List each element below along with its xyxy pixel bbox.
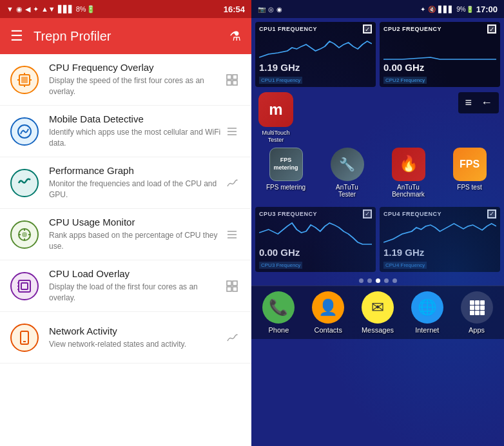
menu-item-cpu-frequency-overlay[interactable]: CPU Frequency Overlay Display the speed … — [0, 54, 251, 106]
network-activity-title: Network Activity — [49, 325, 223, 336]
multitouch-tester-label: MultiTouchTester — [262, 130, 289, 144]
mobile-data-detective-desc: Identify which apps use the most cellula… — [49, 127, 223, 149]
page-dot-4 — [384, 278, 389, 283]
cpu4-chart — [383, 220, 496, 246]
fps-metering-label: FPS metering — [266, 184, 305, 191]
dock-phone-icon: 📞 — [262, 291, 295, 324]
menu-item-mobile-data-detective[interactable]: Mobile Data Detective Identify which app… — [0, 106, 251, 157]
cpu3-chart — [259, 220, 372, 246]
cpu4-checkbox[interactable]: ✓ — [487, 209, 496, 218]
middle-apps-row: m MultiTouchTester ≡ ← — [251, 91, 504, 145]
cpu3-widget[interactable]: CPU3 FREQUENCY ✓ 0.00 GHz CPU3 Frequency — [255, 207, 376, 272]
app-toolbar: ☰ Trepn Profiler ⚗ — [0, 18, 251, 54]
left-panel: ▼ ◉ ◀ ✦ ▲▼ ▋▋▋ 8%🔋 16:54 ☰ Trepn Profile… — [0, 0, 251, 446]
dock-internet-label: Internet — [415, 326, 439, 334]
mobile-data-detective-action[interactable] — [223, 122, 241, 141]
menu-dots-icon[interactable]: ≡ — [465, 96, 472, 110]
dock-item-apps[interactable]: Apps — [455, 291, 499, 334]
download-icon: ▼ — [6, 5, 14, 13]
page-dot-3 — [376, 278, 380, 283]
antutu-benchmark-item[interactable]: 🔥 AnTuTuBenchmark — [383, 148, 434, 198]
cpu1-chart — [259, 35, 372, 61]
dock-item-messages[interactable]: ✉ Messages — [356, 291, 400, 334]
mobile-data-detective-icon — [10, 117, 39, 146]
cpu2-title: CPU2 FREQUENCY — [383, 26, 441, 32]
cpu2-value: 0.00 GHz — [383, 62, 496, 73]
menu-item-cpu-load-overlay[interactable]: CPU Load Overlay Display the load of the… — [0, 260, 251, 312]
android-content: CPU1 FREQUENCY ✓ 1.19 GHz CPU1 Frequency… — [251, 18, 504, 446]
bottom-dock: 📞 Phone 👤 Contacts ✉ Messages 🌐 Internet — [251, 286, 504, 339]
cpu3-header: CPU3 FREQUENCY ✓ — [259, 209, 372, 218]
svg-rect-21 — [227, 281, 231, 286]
app-title: Trepn Profiler — [34, 29, 219, 44]
cpu4-label: CPU4 Frequency — [383, 262, 427, 269]
menu-item-network-activity[interactable]: Network Activity View network-related st… — [0, 312, 251, 364]
cpu-load-overlay-action[interactable] — [223, 277, 241, 295]
cpu3-checkbox[interactable]: ✓ — [363, 209, 372, 218]
page-dot-5 — [393, 278, 397, 283]
cpu-load-overlay-title: CPU Load Overlay — [49, 268, 223, 279]
dock-apps-label: Apps — [469, 326, 485, 334]
antutu-tester-item[interactable]: 🔧 AnTuTuTester — [322, 148, 373, 198]
bluetooth-icon-right: ✦ — [420, 6, 425, 13]
screenshot-icon: 📷 — [258, 6, 266, 13]
cpu1-widget[interactable]: CPU1 FREQUENCY ✓ 1.19 GHz CPU1 Frequency — [255, 22, 376, 87]
menu-item-cpu-usage-monitor[interactable]: CPU Usage Monitor Rank apps based on the… — [0, 209, 251, 260]
cpu2-checkbox[interactable]: ✓ — [487, 24, 496, 34]
right-panel: 📷 ◎ ◉ ✦ 🔇 ▋▋▋ 9%🔋 17:00 CPU1 FREQUENCY ✓ — [251, 0, 504, 446]
svg-rect-23 — [227, 287, 231, 291]
dock-contacts-label: Contacts — [314, 326, 342, 334]
cpu-frequency-overlay-title: CPU Frequency Overlay — [49, 62, 223, 73]
cpu-usage-monitor-text: CPU Usage Monitor Rank apps based on the… — [49, 217, 223, 252]
mobile-data-detective-text: Mobile Data Detective Identify which app… — [49, 113, 223, 149]
cpu-frequency-overlay-action[interactable] — [223, 71, 241, 89]
svg-point-15 — [22, 232, 27, 237]
dock-item-phone[interactable]: 📞 Phone — [257, 291, 300, 334]
svg-rect-32 — [480, 305, 485, 310]
lab-icon[interactable]: ⚗ — [229, 28, 241, 44]
cpu1-checkbox[interactable]: ✓ — [363, 24, 372, 34]
svg-rect-8 — [227, 81, 231, 85]
antutu-benchmark-icon: 🔥 — [392, 148, 425, 181]
battery-left: 8%🔋 — [76, 5, 95, 14]
signal-icon: ▋▋▋ — [58, 5, 73, 14]
back-arrow-icon[interactable]: ← — [481, 96, 492, 110]
cpu2-label: CPU2 Frequency — [383, 77, 427, 84]
cpu-load-overlay-icon — [10, 272, 39, 300]
multitouch-tester-icon: m — [258, 92, 293, 127]
svg-rect-6 — [227, 75, 231, 79]
network-activity-text: Network Activity View network-related st… — [49, 325, 223, 350]
performance-graph-icon — [10, 169, 39, 197]
cpu4-widget[interactable]: CPU4 FREQUENCY ✓ 1.19 GHz CPU4 Frequency — [380, 207, 500, 272]
performance-graph-action[interactable] — [223, 174, 241, 192]
fps-metering-item[interactable]: FPSmetering FPS metering — [260, 148, 312, 198]
multitouch-tester-container[interactable]: m MultiTouchTester — [257, 92, 295, 144]
cpu2-widget[interactable]: CPU2 FREQUENCY ✓ 0.00 GHz CPU2 Frequency — [380, 22, 500, 87]
signal-bars-right: ▋▋▋ — [438, 6, 454, 13]
network-activity-desc: View network-related states and activity… — [49, 339, 223, 350]
network-activity-action[interactable] — [223, 329, 241, 347]
sync-icon: ◀ — [25, 5, 30, 14]
mute-icon: 🔇 — [428, 6, 436, 13]
antutu-benchmark-label: AnTuTuBenchmark — [392, 184, 425, 198]
svg-rect-34 — [475, 311, 480, 315]
network-icon: ▲▼ — [41, 5, 55, 13]
dock-item-contacts[interactable]: 👤 Contacts — [306, 291, 350, 334]
cpu4-header: CPU4 FREQUENCY ✓ — [383, 209, 496, 218]
svg-rect-31 — [475, 305, 480, 310]
cpu-usage-monitor-icon — [10, 220, 39, 249]
status-icons-right: 📷 ◎ ◉ — [258, 6, 282, 13]
status-bar-right: 📷 ◎ ◉ ✦ 🔇 ▋▋▋ 9%🔋 17:00 — [251, 0, 504, 18]
cpu-usage-monitor-action[interactable] — [223, 226, 241, 244]
cpu-usage-monitor-title: CPU Usage Monitor — [49, 217, 223, 228]
dock-item-internet[interactable]: 🌐 Internet — [405, 291, 449, 334]
svg-rect-1 — [21, 77, 28, 83]
cpu3-title: CPU3 FREQUENCY — [259, 211, 317, 217]
menu-item-performance-graph[interactable]: Performance Graph Monitor the frequencie… — [0, 157, 251, 209]
notification-icon: ◉ — [16, 5, 23, 14]
page-dot-2 — [367, 278, 372, 283]
fps-test-item[interactable]: FPS FPS test — [444, 148, 496, 198]
svg-rect-20 — [21, 283, 28, 289]
menu-icon[interactable]: ☰ — [10, 28, 23, 44]
status-icons-left: ▼ ◉ ◀ ✦ ▲▼ ▋▋▋ 8%🔋 — [6, 5, 95, 14]
